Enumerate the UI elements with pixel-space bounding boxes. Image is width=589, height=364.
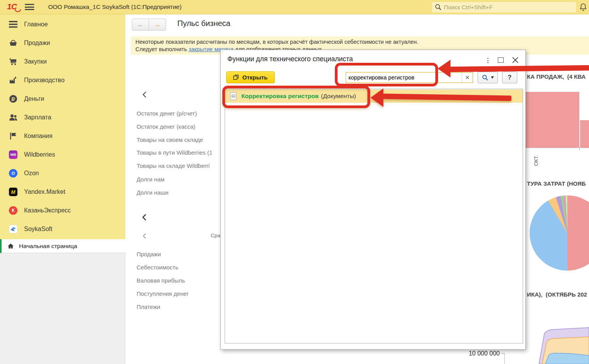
sidebar-item-yandex-market[interactable]: M Yandex.Market bbox=[0, 183, 125, 201]
search-results-list: Корректировка регистров (Документы) bbox=[225, 89, 523, 343]
ruble-icon: Р bbox=[9, 94, 18, 104]
yandex-market-icon: M bbox=[9, 187, 18, 197]
sales-chart-title: КА ПРОДАЖ, (4 КВА bbox=[527, 73, 586, 80]
annotation-arrowhead-result bbox=[371, 88, 383, 107]
kpi-item[interactable]: Продажи bbox=[137, 251, 221, 257]
window-title: ООО Ромашка_1С SoykaSoft (1С:Предприятие… bbox=[48, 3, 182, 10]
svg-text:Р: Р bbox=[12, 96, 15, 102]
sidebar-item-kazanexpress[interactable]: К КазаньЭкспресс bbox=[0, 201, 125, 220]
search-icon bbox=[435, 4, 442, 10]
menu-lines-icon bbox=[9, 20, 18, 29]
sidebar-item-zakupki[interactable]: Закупки bbox=[0, 52, 125, 71]
dynamics-chart-title: ИКА), (ОКТЯБРЬ 202 bbox=[527, 291, 587, 298]
bar-x-tick bbox=[579, 148, 580, 150]
close-icon[interactable] bbox=[512, 57, 519, 64]
dynamics-y-axis-label: 10 000 000 bbox=[461, 350, 500, 357]
costs-chart-title: ТУРА ЗАТРАТ (НОЯБ bbox=[527, 180, 586, 187]
sidebar-item-zarplata[interactable]: Зарплата bbox=[0, 108, 125, 127]
sidebar: Главное Продажи Закупки Производство Р Д… bbox=[0, 14, 125, 239]
wildberries-icon: WB bbox=[9, 150, 18, 159]
1c-logo-tail bbox=[15, 9, 21, 12]
soykasoft-bird-icon bbox=[9, 224, 18, 234]
home-page-tab[interactable]: Начальная страница bbox=[0, 239, 125, 253]
kpi-item[interactable]: Валовая прибыль bbox=[137, 277, 221, 284]
kpi-item[interactable]: Остаток денег (касса) bbox=[137, 123, 221, 130]
forward-button[interactable]: → bbox=[149, 19, 166, 31]
ozon-icon: O bbox=[9, 169, 18, 178]
search-options-button[interactable] bbox=[478, 72, 498, 83]
collapse-chevron-icon[interactable] bbox=[142, 233, 147, 239]
annotation-arrowhead-search bbox=[438, 60, 450, 78]
kpi-item[interactable]: Остаток денег (р/счет) bbox=[137, 110, 221, 117]
sidebar-item-prodazhi[interactable]: Продажи bbox=[0, 34, 125, 52]
kpi-item[interactable]: Долги наши bbox=[137, 189, 221, 196]
dynamics-y-tick bbox=[501, 353, 504, 354]
kazanexpress-icon: К bbox=[9, 206, 18, 215]
sidebar-item-soykasoft[interactable]: SoykaSoft bbox=[0, 220, 125, 238]
annotation-arrow-search bbox=[449, 65, 589, 72]
kpi-item[interactable]: Товары в пути Wildberries (1 bbox=[137, 149, 221, 156]
global-search[interactable] bbox=[432, 2, 576, 12]
warning-line-1: Некоторые показатели рассчитаны по месяц… bbox=[135, 38, 584, 46]
kpi-item[interactable]: Себестоимость bbox=[137, 264, 221, 271]
open-icon bbox=[233, 74, 239, 80]
dialog-menu-icon[interactable] bbox=[485, 56, 491, 65]
kpi-item[interactable]: Товары на своем складе bbox=[137, 136, 221, 143]
topbar: 1С ООО Ромашка_1С SoykaSoft (1С:Предприя… bbox=[0, 0, 589, 14]
sidebar-item-ozon[interactable]: O Ozon bbox=[0, 164, 125, 183]
sidebar-empty-area bbox=[0, 253, 125, 364]
history-nav: ← → bbox=[132, 19, 166, 31]
compare-label-clipped: Сра bbox=[211, 233, 220, 238]
factory-icon bbox=[9, 76, 18, 85]
dialog-title: Функции для технического специалиста bbox=[227, 55, 353, 63]
kpi-item[interactable]: Товары на складе Wildberri bbox=[137, 162, 221, 169]
collapse-chevron-icon[interactable] bbox=[142, 91, 147, 98]
sidebar-item-proizvodstvo[interactable]: Производство bbox=[0, 71, 125, 90]
notification-bell-icon[interactable] bbox=[579, 3, 587, 11]
sidebar-item-glavnoe[interactable]: Главное bbox=[0, 15, 125, 34]
kpi-item[interactable]: Поступления денег bbox=[137, 290, 221, 297]
chevron-down-icon bbox=[491, 76, 494, 79]
annotation-box-search-field bbox=[335, 63, 438, 86]
open-button[interactable]: Открыть bbox=[226, 71, 275, 83]
cart-icon bbox=[9, 57, 18, 66]
collapse-chevron-icon[interactable] bbox=[141, 214, 147, 221]
basket-icon bbox=[9, 38, 18, 48]
costs-pie-chart bbox=[530, 195, 589, 271]
page-title: Пульс бизнеса bbox=[177, 19, 230, 28]
maximize-icon[interactable] bbox=[498, 57, 504, 63]
clear-search-icon[interactable]: ✕ bbox=[462, 72, 473, 83]
global-search-input[interactable] bbox=[444, 4, 573, 10]
bar-november bbox=[580, 120, 589, 148]
hamburger-menu-icon[interactable] bbox=[25, 4, 34, 10]
sidebar-item-kompaniya[interactable]: Компания bbox=[0, 127, 125, 145]
search-icon bbox=[482, 74, 489, 81]
sidebar-item-dengi[interactable]: Р Деньги bbox=[0, 90, 125, 108]
annotation-box-result-row bbox=[222, 86, 370, 108]
help-button[interactable]: ? bbox=[502, 72, 517, 83]
kpi-item[interactable]: Долги нам bbox=[137, 176, 221, 183]
flag-icon bbox=[9, 131, 18, 141]
home-icon bbox=[7, 243, 14, 250]
people-icon bbox=[9, 113, 18, 122]
back-button[interactable]: ← bbox=[132, 19, 149, 31]
bar-x-label: ОКТ. bbox=[533, 155, 539, 166]
sidebar-item-wildberries[interactable]: WB Wildberries bbox=[0, 145, 125, 164]
kpi-item[interactable]: Платежи bbox=[137, 304, 221, 310]
